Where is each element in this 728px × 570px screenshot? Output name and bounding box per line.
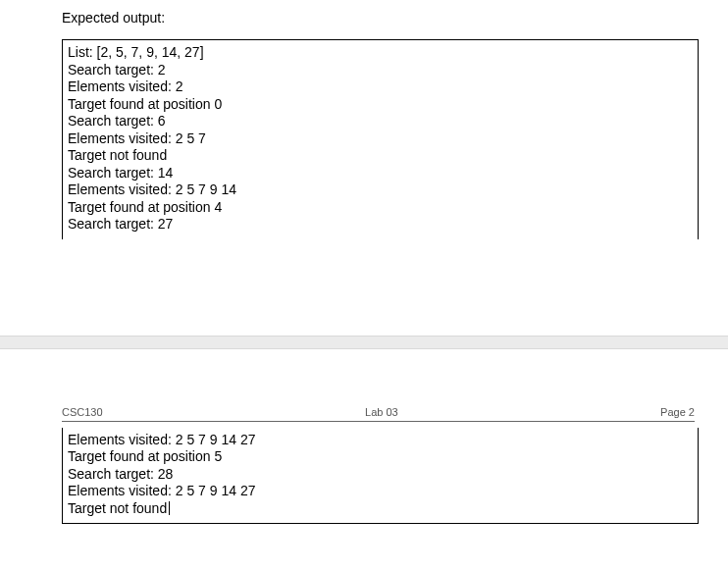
expected-output-heading: Expected output: <box>62 10 699 26</box>
page-header-left: CSC130 <box>62 406 103 418</box>
page-divider <box>0 336 728 349</box>
output-line-text: Target not found <box>68 500 167 516</box>
output-line: Search target: 2 <box>68 62 693 79</box>
output-box-bottom: Elements visited: 2 5 7 9 14 27 Target f… <box>62 428 699 525</box>
output-line: Elements visited: 2 5 7 <box>68 130 693 148</box>
page-gap-bottom <box>0 349 728 406</box>
output-line: Elements visited: 2 5 7 9 14 27 <box>68 483 693 500</box>
output-line: Target not found <box>68 500 693 518</box>
page-header-row: CSC130 Lab 03 Page 2 <box>62 406 695 422</box>
section-bottom: Elements visited: 2 5 7 9 14 27 Target f… <box>0 426 728 535</box>
page-gap <box>0 249 728 336</box>
output-line: Search target: 28 <box>68 466 693 484</box>
text-cursor-icon <box>169 501 170 515</box>
output-line: Elements visited: 2 5 7 9 14 27 <box>68 432 693 449</box>
output-line: Target found at position 5 <box>68 448 693 466</box>
output-line: Search target: 14 <box>68 165 693 182</box>
document-page: Expected output: List: [2, 5, 7, 9, 14, … <box>0 0 728 534</box>
output-line: Elements visited: 2 <box>68 78 693 96</box>
output-box-top: List: [2, 5, 7, 9, 14, 27] Search target… <box>62 39 699 239</box>
output-line: List: [2, 5, 7, 9, 14, 27] <box>68 44 693 62</box>
section-top: Expected output: List: [2, 5, 7, 9, 14, … <box>0 0 728 249</box>
page-header-right: Page 2 <box>660 406 695 418</box>
page-header: CSC130 Lab 03 Page 2 <box>0 406 728 426</box>
output-line: Elements visited: 2 5 7 9 14 <box>68 181 693 199</box>
output-line: Target not found <box>68 147 693 165</box>
output-line: Search target: 6 <box>68 113 693 130</box>
output-line: Target found at position 4 <box>68 199 693 217</box>
output-line: Search target: 27 <box>68 216 693 233</box>
output-line: Target found at position 0 <box>68 96 693 114</box>
page-header-center: Lab 03 <box>365 406 398 418</box>
